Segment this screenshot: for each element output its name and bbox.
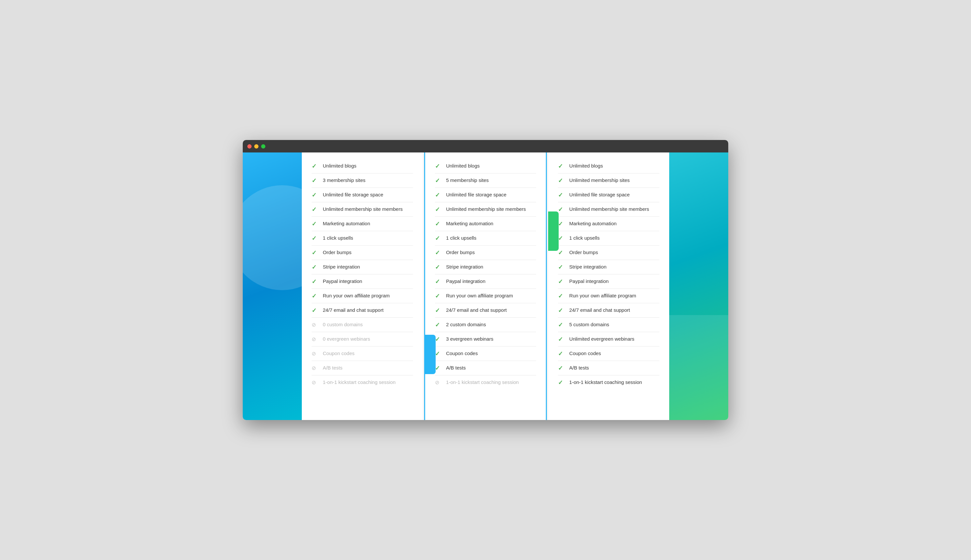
- feature-label: 0 evergreen webinars: [323, 335, 370, 342]
- check-active-icon: ✓: [312, 192, 319, 199]
- feature-label: A/B tests: [446, 364, 466, 371]
- feature-label: Coupon codes: [323, 350, 355, 357]
- check-inactive-icon: ⊘: [312, 365, 319, 372]
- check-active-icon: ✓: [435, 192, 442, 199]
- feature-item: ✓Stripe integration: [435, 260, 536, 275]
- feature-item: ✓Run your own affiliate program: [558, 289, 659, 303]
- check-inactive-icon: ⊘: [312, 350, 319, 357]
- check-active-icon: ✓: [435, 163, 442, 170]
- check-active-icon: ✓: [435, 177, 442, 184]
- feature-item: ✓Stripe integration: [312, 260, 413, 275]
- feature-label: Unlimited membership sites: [569, 177, 629, 183]
- feature-item: ✓1 click upsells: [435, 231, 536, 245]
- plan-column-basic: ✓Unlimited blogs✓3 membership sites✓Unli…: [302, 152, 423, 420]
- feature-label: Run your own affiliate program: [323, 292, 390, 299]
- feature-item: ⊘0 custom domains: [312, 318, 413, 332]
- check-active-icon: ✓: [558, 163, 565, 170]
- check-active-icon: ✓: [558, 235, 565, 242]
- check-active-icon: ✓: [435, 307, 442, 314]
- feature-item: ✓Unlimited membership site members: [435, 202, 536, 217]
- check-active-icon: ✓: [558, 350, 565, 357]
- feature-item: ✓2 custom domains: [435, 318, 536, 332]
- check-active-icon: ✓: [558, 292, 565, 300]
- feature-label: A/B tests: [323, 364, 342, 371]
- feature-item: ✓1-on-1 kickstart coaching session: [558, 375, 659, 390]
- check-active-icon: ✓: [312, 263, 319, 271]
- check-active-icon: ✓: [558, 206, 565, 213]
- feature-label: Order bumps: [323, 249, 352, 256]
- feature-label: 1 click upsells: [569, 235, 600, 241]
- browser-content: ✓Unlimited blogs✓3 membership sites✓Unli…: [243, 152, 728, 420]
- browser-window: ✓Unlimited blogs✓3 membership sites✓Unli…: [243, 140, 728, 420]
- feature-label: Unlimited file storage space: [323, 191, 383, 198]
- check-active-icon: ✓: [558, 365, 565, 372]
- feature-label: Marketing automation: [446, 220, 493, 227]
- feature-item: ✓Coupon codes: [558, 347, 659, 361]
- accent-shape-right: [548, 212, 559, 251]
- check-active-icon: ✓: [312, 235, 319, 242]
- accent-shape-mid-left: [424, 335, 435, 374]
- check-active-icon: ✓: [312, 177, 319, 184]
- check-inactive-icon: ⊘: [312, 321, 319, 328]
- feature-item: ✓24/7 email and chat support: [435, 303, 536, 318]
- plan-column-pro: ✓Unlimited blogs✓5 membership sites✓Unli…: [424, 152, 547, 420]
- feature-item: ✓Unlimited file storage space: [558, 188, 659, 202]
- feature-label: 1 click upsells: [446, 235, 477, 241]
- feature-item: ✓Paypal integration: [312, 275, 413, 289]
- feature-item: ⊘0 evergreen webinars: [312, 332, 413, 347]
- feature-item: ✓Run your own affiliate program: [312, 289, 413, 303]
- feature-item: ⊘1-on-1 kickstart coaching session: [435, 375, 536, 390]
- feature-item: ✓Coupon codes: [435, 347, 536, 361]
- check-active-icon: ✓: [558, 263, 565, 271]
- feature-label: 3 membership sites: [323, 177, 365, 183]
- feature-item: ✓Marketing automation: [312, 217, 413, 231]
- check-active-icon: ✓: [312, 206, 319, 213]
- check-active-icon: ✓: [435, 292, 442, 300]
- maximize-button[interactable]: [261, 144, 265, 148]
- feature-label: A/B tests: [569, 364, 589, 371]
- feature-label: Stripe integration: [323, 263, 360, 270]
- feature-label: 3 evergreen webinars: [446, 335, 493, 342]
- browser-titlebar: [243, 140, 728, 152]
- feature-item: ✓Paypal integration: [435, 275, 536, 289]
- feature-label: Run your own affiliate program: [446, 292, 513, 299]
- feature-item: ⊘1-on-1 kickstart coaching session: [312, 375, 413, 390]
- close-button[interactable]: [247, 144, 252, 148]
- check-active-icon: ✓: [312, 163, 319, 170]
- feature-item: ✓Unlimited blogs: [558, 159, 659, 173]
- feature-item: ✓Unlimited membership sites: [558, 173, 659, 188]
- check-active-icon: ✓: [312, 292, 319, 300]
- minimize-button[interactable]: [254, 144, 259, 148]
- feature-item: ✓Order bumps: [435, 245, 536, 260]
- feature-item: ✓Unlimited file storage space: [312, 188, 413, 202]
- feature-label: 5 custom domains: [569, 321, 609, 328]
- feature-item: ✓Run your own affiliate program: [435, 289, 536, 303]
- check-active-icon: ✓: [558, 192, 565, 199]
- feature-item: ✓5 membership sites: [435, 173, 536, 188]
- check-active-icon: ✓: [435, 249, 442, 257]
- feature-label: Order bumps: [446, 249, 475, 256]
- check-inactive-icon: ⊘: [312, 379, 319, 386]
- feature-label: 2 custom domains: [446, 321, 486, 328]
- feature-item: ✓Marketing automation: [435, 217, 536, 231]
- feature-item: ✓A/B tests: [435, 361, 536, 375]
- check-active-icon: ✓: [312, 307, 319, 314]
- feature-label: Unlimited membership site members: [446, 205, 526, 212]
- feature-label: Marketing automation: [569, 220, 616, 227]
- feature-label: Coupon codes: [446, 350, 478, 357]
- feature-item: ✓1 click upsells: [558, 231, 659, 245]
- feature-label: Unlimited file storage space: [569, 191, 629, 198]
- feature-item: ✓3 membership sites: [312, 173, 413, 188]
- check-inactive-icon: ⊘: [312, 336, 319, 343]
- feature-item: ✓24/7 email and chat support: [558, 303, 659, 318]
- check-active-icon: ✓: [435, 365, 442, 372]
- plan-column-enterprise: ✓Unlimited blogs✓Unlimited membership si…: [548, 152, 669, 420]
- feature-label: Unlimited membership site members: [569, 205, 649, 212]
- feature-label: Unlimited blogs: [569, 162, 603, 169]
- check-active-icon: ✓: [312, 220, 319, 228]
- feature-label: Unlimited evergreen webinars: [569, 335, 634, 342]
- check-active-icon: ✓: [558, 321, 565, 328]
- traffic-lights: [247, 144, 265, 148]
- check-inactive-icon: ⊘: [435, 379, 442, 386]
- feature-item: ✓1 click upsells: [312, 231, 413, 245]
